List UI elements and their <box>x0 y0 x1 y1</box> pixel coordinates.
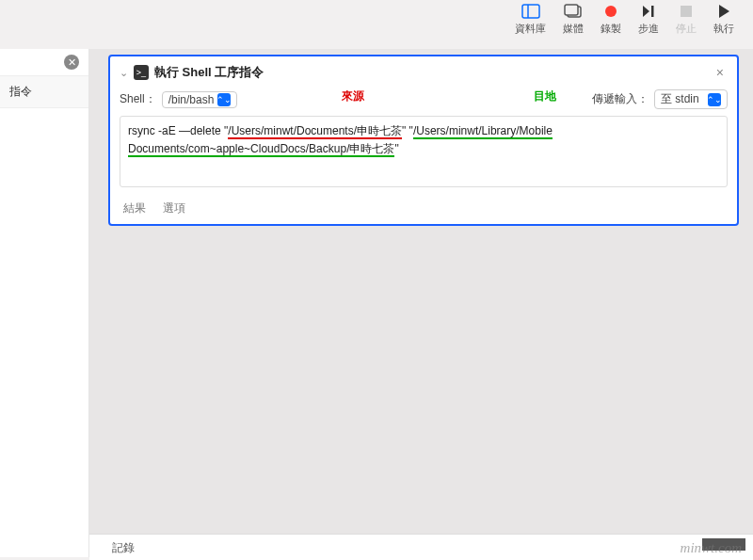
shell-select[interactable]: /bin/bash ⌃⌄ <box>162 91 238 108</box>
dest-path-line2: Documents/com~apple~CloudDocs/Backup/申時七… <box>128 142 394 157</box>
panel-title: 執行 Shell 工序指令 <box>154 64 707 81</box>
footer-bar: 記錄 <box>89 534 753 560</box>
shell-value: /bin/bash <box>168 93 215 106</box>
pass-input-label: 傳遞輸入： <box>592 91 649 107</box>
sidebar-tab-commands[interactable]: 指令 <box>0 75 88 108</box>
step-icon <box>638 3 659 20</box>
pass-input-value: 至 stdin <box>661 91 699 107</box>
sidebar-close-row: ✕ <box>0 49 88 75</box>
svg-point-4 <box>605 6 617 17</box>
stop-icon <box>676 3 697 20</box>
chevron-updown-icon: ⌃⌄ <box>217 93 231 106</box>
panel-header: ⌄ >_ 執行 Shell 工序指令 × <box>120 62 728 87</box>
annotation-dest: 目地 <box>534 88 556 104</box>
panel-close-button[interactable]: × <box>713 65 728 80</box>
sidebar-icon <box>521 3 541 20</box>
toolbar-label: 媒體 <box>563 22 584 36</box>
toolbar-run-button[interactable]: 執行 <box>713 3 734 36</box>
toolbar-media-button[interactable]: 媒體 <box>563 3 584 36</box>
dest-path-line1: /Users/minwt/Library/Mobile <box>413 124 553 139</box>
media-icon <box>563 3 584 20</box>
toolbar-label: 執行 <box>713 22 734 36</box>
tab-options[interactable]: 選項 <box>163 200 185 216</box>
toolbar-database-button[interactable]: 資料庫 <box>515 3 546 36</box>
svg-rect-3 <box>565 5 578 15</box>
watermark: minwt.com <box>681 540 742 556</box>
panel-options-row: Shell： /bin/bash ⌃⌄ 來源 目地 傳遞輸入： 至 stdin … <box>120 87 728 112</box>
toolbar-step-button[interactable]: 步進 <box>638 3 659 36</box>
terminal-icon: >_ <box>134 65 149 80</box>
sidebar: ✕ 指令 <box>0 49 89 557</box>
svg-rect-5 <box>651 6 654 17</box>
toolbar-stop-button[interactable]: 停止 <box>676 3 697 36</box>
chevron-down-icon[interactable]: ⌄ <box>120 67 128 79</box>
window-toolbar: 資料庫 媒體 錄製 步進 停止 執行 <box>515 3 734 36</box>
play-icon <box>713 3 734 20</box>
panel-tabs: 結果 選項 <box>120 195 728 224</box>
toolbar-label: 錄製 <box>601 22 621 36</box>
svg-rect-0 <box>522 5 539 18</box>
source-path: /Users/minwt/Documents/申時七茶 <box>228 124 402 139</box>
annotation-source: 來源 <box>342 88 364 104</box>
shell-label: Shell： <box>120 91 156 107</box>
close-icon[interactable]: ✕ <box>64 55 79 70</box>
toolbar-label: 停止 <box>676 22 697 36</box>
toolbar-record-button[interactable]: 錄製 <box>601 3 621 36</box>
toolbar-label: 資料庫 <box>515 22 546 36</box>
shell-action-panel: ⌄ >_ 執行 Shell 工序指令 × Shell： /bin/bash ⌃⌄… <box>108 55 739 226</box>
tab-results[interactable]: 結果 <box>123 200 146 216</box>
main-area: ⌄ >_ 執行 Shell 工序指令 × Shell： /bin/bash ⌃⌄… <box>89 49 753 560</box>
footer-log-label[interactable]: 記錄 <box>112 541 135 554</box>
toolbar-label: 步進 <box>638 22 659 36</box>
script-textarea[interactable]: rsync -aE —delete "/Users/minwt/Document… <box>120 116 728 187</box>
pass-input-select[interactable]: 至 stdin ⌃⌄ <box>654 89 728 109</box>
svg-rect-6 <box>681 6 692 17</box>
chevron-updown-icon: ⌃⌄ <box>708 93 721 106</box>
record-icon <box>601 3 621 20</box>
